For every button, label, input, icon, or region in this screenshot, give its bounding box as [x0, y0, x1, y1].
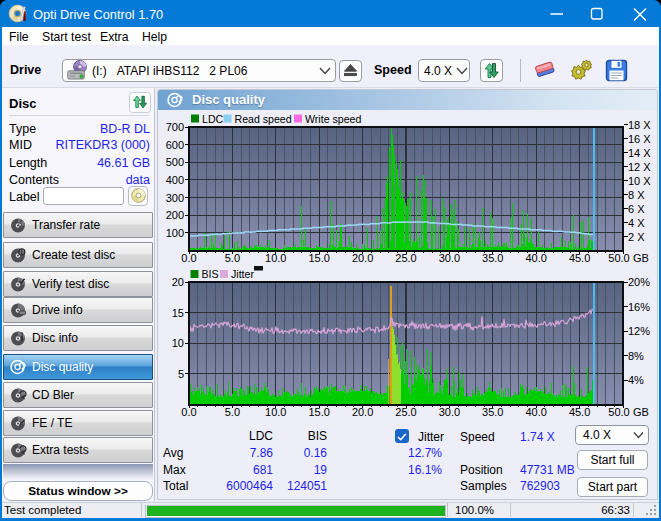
svg-text:0.0: 0.0: [181, 252, 196, 264]
svg-text:15.0: 15.0: [308, 252, 329, 264]
svg-text:BIS: BIS: [202, 268, 219, 280]
svg-text:Write speed: Write speed: [305, 113, 361, 125]
svg-text:200: 200: [166, 209, 184, 221]
svg-text:16%: 16%: [628, 301, 650, 313]
svg-text:35.0: 35.0: [482, 406, 503, 418]
svg-text:40.0: 40.0: [525, 252, 546, 264]
svg-text:300: 300: [166, 192, 184, 204]
svg-text:20.0: 20.0: [352, 252, 373, 264]
svg-text:4 X: 4 X: [628, 217, 645, 229]
svg-text:50.0: 50.0: [608, 406, 629, 418]
svg-text:35.0: 35.0: [482, 252, 503, 264]
svg-text:10.0: 10.0: [265, 406, 286, 418]
svg-text:10: 10: [172, 337, 184, 349]
svg-text:700: 700: [166, 121, 184, 133]
svg-text:45.0: 45.0: [569, 252, 590, 264]
svg-text:20.0: 20.0: [352, 406, 373, 418]
svg-text:10 X: 10 X: [628, 175, 651, 187]
svg-text:5: 5: [178, 368, 184, 380]
svg-text:16 X: 16 X: [628, 133, 651, 145]
svg-text:GB: GB: [633, 406, 649, 418]
svg-text:Jitter: Jitter: [231, 268, 254, 280]
svg-text:20%: 20%: [628, 276, 650, 288]
svg-text:LDC: LDC: [202, 113, 224, 125]
svg-text:Read speed: Read speed: [235, 113, 292, 125]
svg-text:5.0: 5.0: [225, 252, 240, 264]
svg-text:GB: GB: [633, 252, 649, 264]
svg-text:12%: 12%: [628, 325, 650, 337]
svg-text:8 X: 8 X: [628, 189, 645, 201]
svg-text:600: 600: [166, 139, 184, 151]
svg-text:25.0: 25.0: [395, 252, 416, 264]
svg-text:2 X: 2 X: [628, 231, 645, 243]
svg-text:8%: 8%: [628, 350, 644, 362]
svg-text:10.0: 10.0: [265, 252, 286, 264]
svg-text:45.0: 45.0: [569, 406, 590, 418]
svg-text:20: 20: [172, 276, 184, 288]
svg-text:400: 400: [166, 174, 184, 186]
svg-text:12 X: 12 X: [628, 161, 651, 173]
svg-text:500: 500: [166, 156, 184, 168]
svg-text:6 X: 6 X: [628, 203, 645, 215]
svg-text:15.0: 15.0: [308, 406, 329, 418]
svg-text:30.0: 30.0: [439, 406, 460, 418]
svg-text:0.0: 0.0: [181, 406, 196, 418]
svg-text:15: 15: [172, 307, 184, 319]
svg-text:14 X: 14 X: [628, 147, 651, 159]
svg-text:5.0: 5.0: [225, 406, 240, 418]
svg-text:50.0: 50.0: [608, 252, 629, 264]
svg-text:40.0: 40.0: [525, 406, 546, 418]
svg-text:25.0: 25.0: [395, 406, 416, 418]
svg-text:18 X: 18 X: [628, 119, 651, 131]
svg-text:100: 100: [166, 227, 184, 239]
svg-text:30.0: 30.0: [439, 252, 460, 264]
svg-text:4%: 4%: [628, 374, 644, 386]
